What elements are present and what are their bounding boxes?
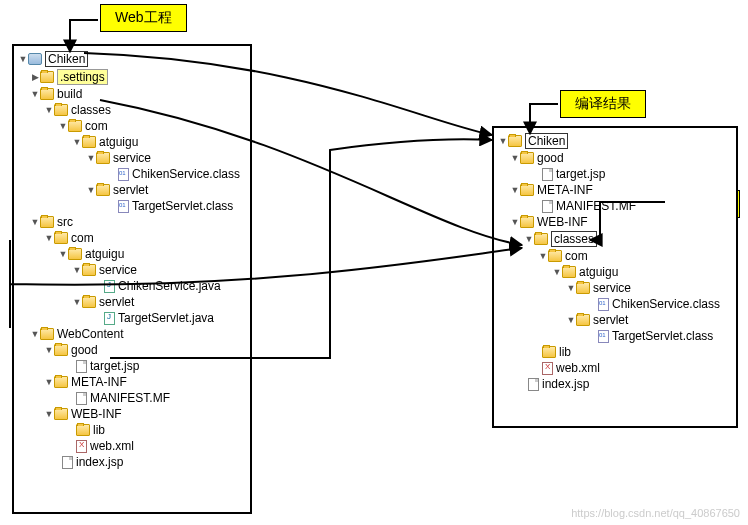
folder-icon bbox=[82, 264, 96, 276]
tree-item[interactable]: TargetServlet.class bbox=[16, 198, 248, 214]
folder-icon bbox=[82, 136, 96, 148]
tree-item[interactable]: WEB-INF bbox=[16, 406, 248, 422]
folder-icon bbox=[534, 233, 548, 245]
node-label: META-INF bbox=[537, 183, 593, 197]
node-label: WebContent bbox=[57, 327, 124, 341]
tree-item[interactable]: classes bbox=[496, 230, 734, 248]
node-label: atguigu bbox=[85, 247, 124, 261]
tree-item[interactable]: WEB-INF bbox=[496, 214, 734, 230]
tree-item[interactable]: good bbox=[496, 150, 734, 166]
node-label: index.jsp bbox=[76, 455, 123, 469]
label-compile-result: 编译结果 bbox=[560, 90, 646, 118]
node-label: Chiken bbox=[45, 51, 88, 67]
tree-item[interactable]: ChikenService.class bbox=[16, 166, 248, 182]
tree-item[interactable]: atguigu bbox=[16, 246, 248, 262]
node-label: servlet bbox=[99, 295, 134, 309]
folder-icon bbox=[520, 216, 534, 228]
folder-icon bbox=[68, 248, 82, 260]
right-tree-panel: Chiken good target.jsp META-INF MANIFEST… bbox=[492, 126, 738, 428]
tree-item[interactable]: build bbox=[16, 86, 248, 102]
tree-item[interactable]: ChikenService.java bbox=[16, 278, 248, 294]
node-label: build bbox=[57, 87, 82, 101]
folder-icon bbox=[54, 344, 68, 356]
java-file-icon bbox=[104, 312, 115, 325]
class-file-icon bbox=[598, 298, 609, 311]
tree-item[interactable]: atguigu bbox=[496, 264, 734, 280]
node-label: .settings bbox=[57, 69, 108, 85]
watermark: https://blog.csdn.net/qq_40867650 bbox=[571, 507, 740, 519]
node-label: web.xml bbox=[556, 361, 600, 375]
tree-item[interactable]: MANIFEST.MF bbox=[16, 390, 248, 406]
node-label: servlet bbox=[113, 183, 148, 197]
node-label: classes bbox=[551, 231, 597, 247]
folder-icon bbox=[40, 71, 54, 83]
tree-item[interactable]: web.xml bbox=[496, 360, 734, 376]
folder-icon bbox=[68, 120, 82, 132]
node-label: index.jsp bbox=[542, 377, 589, 391]
tree-item[interactable]: service bbox=[496, 280, 734, 296]
folder-icon bbox=[520, 184, 534, 196]
tree-item[interactable]: com bbox=[16, 230, 248, 246]
label-web-project: Web工程 bbox=[100, 4, 187, 32]
tree-item[interactable]: atguigu bbox=[16, 134, 248, 150]
left-tree-panel: Chiken .settings build classes com atgui… bbox=[12, 44, 252, 514]
node-label: com bbox=[85, 119, 108, 133]
tree-item[interactable]: service bbox=[16, 262, 248, 278]
folder-icon bbox=[576, 282, 590, 294]
folder-icon bbox=[40, 88, 54, 100]
tree-item[interactable]: com bbox=[496, 248, 734, 264]
tree-item[interactable]: com bbox=[16, 118, 248, 134]
tree-item[interactable]: .settings bbox=[16, 68, 248, 86]
xml-file-icon bbox=[542, 362, 553, 375]
node-label: META-INF bbox=[71, 375, 127, 389]
tree-item[interactable]: index.jsp bbox=[16, 454, 248, 470]
tree-item[interactable]: TargetServlet.java bbox=[16, 310, 248, 326]
file-icon bbox=[528, 378, 539, 391]
tree-item[interactable]: target.jsp bbox=[496, 166, 734, 182]
tree-item[interactable]: src bbox=[16, 214, 248, 230]
node-label: WEB-INF bbox=[537, 215, 588, 229]
node-label: target.jsp bbox=[556, 167, 605, 181]
node-label: lib bbox=[93, 423, 105, 437]
folder-icon bbox=[40, 216, 54, 228]
node-label: ChikenService.class bbox=[612, 297, 720, 311]
tree-item[interactable]: lib bbox=[16, 422, 248, 438]
tree-item[interactable]: good bbox=[16, 342, 248, 358]
tree-item[interactable]: index.jsp bbox=[496, 376, 734, 392]
file-icon bbox=[542, 200, 553, 213]
node-label: web.xml bbox=[90, 439, 134, 453]
tree-root[interactable]: Chiken bbox=[16, 50, 248, 68]
tree-item[interactable]: service bbox=[16, 150, 248, 166]
tree-item[interactable]: servlet bbox=[16, 294, 248, 310]
folder-icon bbox=[76, 424, 90, 436]
tree-item[interactable]: servlet bbox=[496, 312, 734, 328]
tree-item[interactable]: ChikenService.class bbox=[496, 296, 734, 312]
node-label: good bbox=[71, 343, 98, 357]
node-label: classes bbox=[71, 103, 111, 117]
folder-icon bbox=[562, 266, 576, 278]
node-label: atguigu bbox=[99, 135, 138, 149]
node-label: good bbox=[537, 151, 564, 165]
node-label: com bbox=[71, 231, 94, 245]
project-icon bbox=[28, 53, 42, 65]
tree-item[interactable]: servlet bbox=[16, 182, 248, 198]
file-icon bbox=[76, 360, 87, 373]
tree-root[interactable]: Chiken bbox=[496, 132, 734, 150]
folder-icon bbox=[542, 346, 556, 358]
tree-item[interactable]: web.xml bbox=[16, 438, 248, 454]
node-label: Chiken bbox=[525, 133, 568, 149]
class-file-icon bbox=[598, 330, 609, 343]
node-label: TargetServlet.class bbox=[612, 329, 713, 343]
tree-item[interactable]: target.jsp bbox=[16, 358, 248, 374]
java-file-icon bbox=[104, 280, 115, 293]
folder-icon bbox=[548, 250, 562, 262]
tree-item[interactable]: WebContent bbox=[16, 326, 248, 342]
tree-item[interactable]: MANIFEST.MF bbox=[496, 198, 734, 214]
tree-item[interactable]: META-INF bbox=[496, 182, 734, 198]
tree-item[interactable]: META-INF bbox=[16, 374, 248, 390]
tree-item[interactable]: classes bbox=[16, 102, 248, 118]
tree-item[interactable]: TargetServlet.class bbox=[496, 328, 734, 344]
node-label: WEB-INF bbox=[71, 407, 122, 421]
node-label: service bbox=[113, 151, 151, 165]
tree-item[interactable]: lib bbox=[496, 344, 734, 360]
